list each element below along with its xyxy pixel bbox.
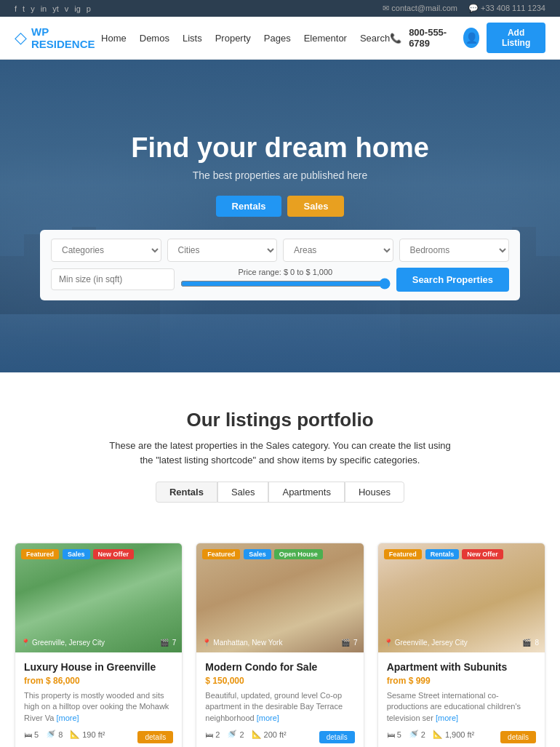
nav-lists[interactable]: Lists xyxy=(183,33,202,44)
youtube-icon[interactable]: y xyxy=(31,4,35,13)
tab-sales[interactable]: Sales xyxy=(287,196,344,217)
listing-price-1: from $ 86,000 xyxy=(24,676,173,686)
listing-specs-row-1: 🛏 5 🚿 8 📐 190 ft² details xyxy=(24,730,173,745)
listing-title-2: Modern Condo for Sale xyxy=(205,661,354,673)
filter-sales[interactable]: Sales xyxy=(217,482,269,503)
nav-pages[interactable]: Pages xyxy=(264,33,291,44)
listing-card-3: Featured Rentals New Offer 📍Greenville, … xyxy=(377,543,545,747)
featured-badge-1: Featured xyxy=(21,549,59,559)
facebook-icon[interactable]: f xyxy=(15,4,17,13)
listing-image-3: Featured Rentals New Offer 📍Greenville, … xyxy=(378,543,545,652)
email-link[interactable]: ✉ contact@mail.com xyxy=(383,4,457,13)
twitter-icon[interactable]: t xyxy=(23,4,25,13)
listing-body-2: Modern Condo for Sale $ 150,000 Beautifu… xyxy=(196,652,363,747)
listing-location-2: 📍Manhattan, New York xyxy=(202,639,282,647)
tag-new-offer-3: New Offer xyxy=(462,549,503,559)
listing-media-2: 🎬7 xyxy=(341,639,358,647)
categories-select[interactable]: Categories xyxy=(51,239,161,262)
search-bar: Categories Cities Areas Bedrooms Price r… xyxy=(40,230,520,300)
cities-select[interactable]: Cities xyxy=(167,239,278,262)
filter-tabs: Rentals Sales Apartments Houses xyxy=(15,482,545,503)
price-range-wrap: Price range: $ 0 to $ 1,000 xyxy=(180,268,391,292)
listing-image-2: Featured Sales Open House 📍Manhattan, Ne… xyxy=(196,543,363,652)
nav-home[interactable]: Home xyxy=(101,33,127,44)
min-size-input[interactable] xyxy=(51,268,175,290)
search-properties-button[interactable]: Search Properties xyxy=(396,268,509,292)
tag-sales-1: Sales xyxy=(63,549,90,559)
hero-tabs: Rentals Sales xyxy=(0,196,560,217)
baths-spec-2: 🚿 2 xyxy=(227,730,244,739)
baths-spec-3: 🚿 2 xyxy=(409,730,425,739)
tag-rentals-3: Rentals xyxy=(425,549,460,559)
portfolio-section: Our listings portfolio These are the lat… xyxy=(0,372,560,543)
sqft-spec-1: 📐 190 ft² xyxy=(70,730,105,739)
user-account-icon[interactable]: 👤 xyxy=(463,28,479,48)
tab-rentals[interactable]: Rentals xyxy=(216,196,282,217)
listing-more-2[interactable]: [more] xyxy=(257,714,279,722)
listing-location-3: 📍Greenville, Jersey City xyxy=(384,639,468,647)
behance-icon[interactable]: p xyxy=(87,4,91,13)
listing-card-2: Featured Sales Open House 📍Manhattan, Ne… xyxy=(196,543,364,747)
featured-badge-2: Featured xyxy=(202,549,240,559)
nav-links: Home Demos Lists Property Pages Elemento… xyxy=(101,33,390,44)
search-row1: Categories Cities Areas Bedrooms xyxy=(51,239,509,262)
instagram-icon[interactable]: ig xyxy=(74,4,81,13)
property-image-apt xyxy=(378,543,545,652)
listing-price-3: from $ 999 xyxy=(387,676,536,686)
areas-select[interactable]: Areas xyxy=(283,239,393,262)
tag-sales-2: Sales xyxy=(244,549,271,559)
topbar-right: ✉ contact@mail.com 💬 +33 408 111 1234 xyxy=(383,4,545,13)
linkedin-icon[interactable]: in xyxy=(41,4,47,13)
property-image-house xyxy=(15,543,182,652)
listing-specs-1: 🛏 5 🚿 8 📐 190 ft² xyxy=(24,730,105,739)
sqft-spec-2: 📐 200 ft² xyxy=(252,730,287,739)
beds-spec-2: 🛏 2 xyxy=(205,730,220,739)
pinterest-icon[interactable]: yt xyxy=(52,4,59,13)
portfolio-desc: These are the latest properties in the S… xyxy=(15,439,545,467)
beds-spec-3: 🛏 5 xyxy=(387,730,401,739)
price-range-slider[interactable] xyxy=(180,278,391,289)
listing-title-1: Luxury House in Greenville xyxy=(24,661,173,673)
listing-body-1: Luxury House in Greenville from $ 86,000… xyxy=(15,652,182,747)
portfolio-title: Our listings portfolio xyxy=(15,409,545,431)
vimeo-icon[interactable]: v xyxy=(65,4,69,13)
nav-demos[interactable]: Demos xyxy=(140,33,169,44)
hero-water xyxy=(0,314,560,372)
listing-body-3: Apartment with Subunits from $ 999 Sesam… xyxy=(378,652,545,747)
details-button-2[interactable]: details xyxy=(319,731,355,743)
tag-badges-2: Sales Open House xyxy=(244,549,323,559)
nav-phone: 800-555-6789 xyxy=(409,27,456,49)
navbar: ◇ WP RESIDENCE Home Demos Lists Property… xyxy=(0,17,560,60)
phone-link[interactable]: 💬 +33 408 111 1234 xyxy=(468,4,545,13)
listing-specs-3: 🛏 5 🚿 2 📐 1,900 ft² xyxy=(387,730,475,739)
nav-elementor[interactable]: Elementor xyxy=(304,33,347,44)
nav-property[interactable]: Property xyxy=(215,33,251,44)
details-button-3[interactable]: details xyxy=(500,731,536,743)
details-button-1[interactable]: details xyxy=(137,731,173,743)
baths-spec-1: 🚿 8 xyxy=(46,730,63,739)
filter-apartments[interactable]: Apartments xyxy=(268,482,344,503)
hero-subtitle: The best properties are published here xyxy=(0,169,560,181)
listings-grid: Featured Sales New Offer 📍Greenville, Je… xyxy=(0,543,560,747)
sqft-spec-3: 📐 1,900 ft² xyxy=(433,730,474,739)
logo-icon: ◇ xyxy=(15,28,27,47)
nav-search[interactable]: Search xyxy=(360,33,390,44)
tag-open-house-2: Open House xyxy=(274,549,323,559)
filter-houses[interactable]: Houses xyxy=(345,482,404,503)
logo[interactable]: ◇ WP RESIDENCE xyxy=(15,25,101,50)
tag-new-offer-1: New Offer xyxy=(93,549,135,559)
hero-content: Find your dream home The best properties… xyxy=(0,132,560,300)
listing-desc-2: Beautiful, updated, ground level Co-op a… xyxy=(205,690,354,724)
add-listing-button[interactable]: Add Listing xyxy=(487,23,545,53)
tag-badges-3: Rentals New Offer xyxy=(425,549,503,559)
listing-more-3[interactable]: [more] xyxy=(436,714,458,722)
bedrooms-select[interactable]: Bedrooms xyxy=(399,239,510,262)
hero-title: Find your dream home xyxy=(0,132,560,164)
topbar: f t y in yt v ig p ✉ contact@mail.com 💬 … xyxy=(0,0,560,17)
featured-badge-3: Featured xyxy=(384,549,422,559)
property-image-condo xyxy=(196,543,363,652)
filter-rentals[interactable]: Rentals xyxy=(156,482,217,503)
nav-right: 📞 800-555-6789 👤 Add Listing xyxy=(390,23,545,53)
listing-more-1[interactable]: [more] xyxy=(56,714,79,722)
listing-title-3: Apartment with Subunits xyxy=(387,661,536,673)
